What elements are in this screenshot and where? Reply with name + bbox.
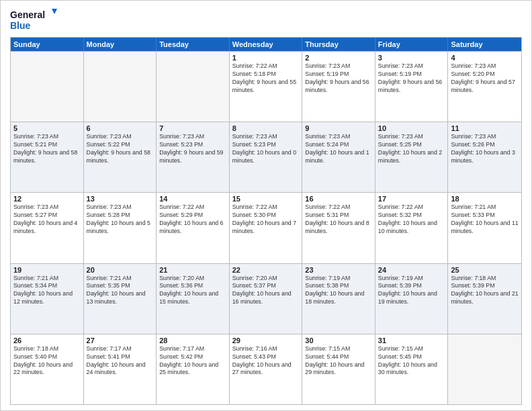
calendar-row-4: 19Sunrise: 7:21 AM Sunset: 5:34 PM Dayli…: [11, 263, 521, 334]
calendar-body: 1Sunrise: 7:22 AM Sunset: 5:18 PM Daylig…: [11, 51, 521, 404]
calendar-row-3: 12Sunrise: 7:23 AM Sunset: 5:27 PM Dayli…: [11, 192, 521, 263]
day-number: 5: [13, 124, 81, 132]
day-number: 9: [305, 124, 372, 132]
day-detail: Sunrise: 7:23 AM Sunset: 5:25 PM Dayligh…: [378, 133, 445, 165]
svg-text:General: General: [10, 9, 45, 20]
header-day-tuesday: Tuesday: [157, 38, 230, 51]
day-number: 29: [232, 336, 300, 345]
day-cell-2: 2Sunrise: 7:23 AM Sunset: 5:19 PM Daylig…: [302, 52, 375, 122]
header-day-monday: Monday: [84, 38, 157, 51]
day-number: 27: [87, 336, 154, 345]
svg-marker-1: [52, 9, 57, 14]
day-cell-31: 31Sunrise: 7:15 AM Sunset: 5:45 PM Dayli…: [375, 334, 449, 404]
day-number: 30: [305, 336, 372, 345]
day-detail: Sunrise: 7:21 AM Sunset: 5:33 PM Dayligh…: [451, 203, 519, 236]
day-number: 11: [451, 124, 519, 132]
day-number: 22: [232, 266, 300, 274]
day-cell-28: 28Sunrise: 7:17 AM Sunset: 5:42 PM Dayli…: [157, 334, 230, 404]
day-number: 23: [305, 266, 372, 274]
day-number: 13: [87, 195, 154, 203]
day-detail: Sunrise: 7:23 AM Sunset: 5:19 PM Dayligh…: [378, 62, 445, 95]
day-detail: Sunrise: 7:17 AM Sunset: 5:42 PM Dayligh…: [159, 345, 226, 377]
day-cell-5: 5Sunrise: 7:23 AM Sunset: 5:21 PM Daylig…: [11, 122, 84, 192]
day-cell-17: 17Sunrise: 7:22 AM Sunset: 5:32 PM Dayli…: [375, 193, 449, 263]
day-number: 17: [378, 195, 445, 203]
day-detail: Sunrise: 7:23 AM Sunset: 5:22 PM Dayligh…: [87, 133, 154, 165]
day-detail: Sunrise: 7:19 AM Sunset: 5:39 PM Dayligh…: [378, 275, 445, 307]
day-number: 7: [159, 124, 226, 132]
day-cell-10: 10Sunrise: 7:23 AM Sunset: 5:25 PM Dayli…: [375, 122, 449, 192]
header-day-sunday: Sunday: [11, 38, 84, 51]
header-day-friday: Friday: [375, 38, 449, 51]
day-number: 8: [232, 124, 300, 132]
day-number: 3: [378, 54, 445, 62]
day-detail: Sunrise: 7:20 AM Sunset: 5:36 PM Dayligh…: [159, 275, 226, 307]
day-detail: Sunrise: 7:18 AM Sunset: 5:40 PM Dayligh…: [13, 345, 81, 377]
day-number: 1: [232, 54, 300, 62]
day-number: 15: [232, 195, 300, 203]
day-detail: Sunrise: 7:15 AM Sunset: 5:44 PM Dayligh…: [305, 345, 372, 377]
empty-cell: [84, 52, 157, 122]
day-cell-14: 14Sunrise: 7:22 AM Sunset: 5:29 PM Dayli…: [157, 193, 230, 263]
day-detail: Sunrise: 7:23 AM Sunset: 5:19 PM Dayligh…: [305, 62, 372, 95]
day-cell-29: 29Sunrise: 7:16 AM Sunset: 5:43 PM Dayli…: [230, 334, 303, 404]
day-detail: Sunrise: 7:16 AM Sunset: 5:43 PM Dayligh…: [232, 345, 300, 377]
day-number: 6: [87, 124, 154, 132]
day-detail: Sunrise: 7:17 AM Sunset: 5:41 PM Dayligh…: [87, 345, 154, 377]
day-detail: Sunrise: 7:23 AM Sunset: 5:23 PM Dayligh…: [232, 133, 300, 165]
day-detail: Sunrise: 7:22 AM Sunset: 5:18 PM Dayligh…: [232, 62, 300, 95]
day-detail: Sunrise: 7:23 AM Sunset: 5:27 PM Dayligh…: [13, 203, 81, 236]
day-cell-19: 19Sunrise: 7:21 AM Sunset: 5:34 PM Dayli…: [11, 264, 84, 334]
day-cell-20: 20Sunrise: 7:21 AM Sunset: 5:35 PM Dayli…: [84, 264, 157, 334]
day-detail: Sunrise: 7:15 AM Sunset: 5:45 PM Dayligh…: [378, 345, 445, 377]
day-detail: Sunrise: 7:20 AM Sunset: 5:37 PM Dayligh…: [232, 275, 300, 307]
day-detail: Sunrise: 7:21 AM Sunset: 5:35 PM Dayligh…: [87, 275, 154, 307]
day-cell-8: 8Sunrise: 7:23 AM Sunset: 5:23 PM Daylig…: [230, 122, 303, 192]
day-cell-18: 18Sunrise: 7:21 AM Sunset: 5:33 PM Dayli…: [448, 193, 521, 263]
day-detail: Sunrise: 7:22 AM Sunset: 5:31 PM Dayligh…: [305, 203, 372, 236]
day-cell-22: 22Sunrise: 7:20 AM Sunset: 5:37 PM Dayli…: [230, 264, 303, 334]
day-number: 20: [87, 266, 154, 274]
header-day-thursday: Thursday: [302, 38, 375, 51]
day-number: 18: [451, 195, 519, 203]
day-number: 4: [451, 54, 519, 62]
day-cell-12: 12Sunrise: 7:23 AM Sunset: 5:27 PM Dayli…: [11, 193, 84, 263]
day-cell-13: 13Sunrise: 7:23 AM Sunset: 5:28 PM Dayli…: [84, 193, 157, 263]
day-cell-4: 4Sunrise: 7:23 AM Sunset: 5:20 PM Daylig…: [448, 52, 521, 122]
day-cell-23: 23Sunrise: 7:19 AM Sunset: 5:38 PM Dayli…: [302, 264, 375, 334]
day-cell-25: 25Sunrise: 7:18 AM Sunset: 5:39 PM Dayli…: [448, 264, 521, 334]
day-detail: Sunrise: 7:23 AM Sunset: 5:20 PM Dayligh…: [451, 62, 519, 95]
day-cell-7: 7Sunrise: 7:23 AM Sunset: 5:23 PM Daylig…: [157, 122, 230, 192]
calendar-row-2: 5Sunrise: 7:23 AM Sunset: 5:21 PM Daylig…: [11, 122, 521, 192]
empty-cell: [448, 334, 521, 404]
day-cell-21: 21Sunrise: 7:20 AM Sunset: 5:36 PM Dayli…: [157, 264, 230, 334]
day-cell-3: 3Sunrise: 7:23 AM Sunset: 5:19 PM Daylig…: [375, 52, 449, 122]
day-number: 10: [378, 124, 445, 132]
day-number: 14: [159, 195, 226, 203]
day-cell-9: 9Sunrise: 7:23 AM Sunset: 5:24 PM Daylig…: [302, 122, 375, 192]
logo: General Blue: [10, 7, 57, 33]
day-number: 25: [451, 266, 519, 274]
day-detail: Sunrise: 7:21 AM Sunset: 5:34 PM Dayligh…: [13, 275, 81, 307]
day-cell-26: 26Sunrise: 7:18 AM Sunset: 5:40 PM Dayli…: [11, 334, 84, 404]
day-detail: Sunrise: 7:23 AM Sunset: 5:28 PM Dayligh…: [87, 203, 154, 236]
calendar: SundayMondayTuesdayWednesdayThursdayFrid…: [10, 37, 522, 405]
day-detail: Sunrise: 7:23 AM Sunset: 5:24 PM Dayligh…: [305, 133, 372, 165]
day-detail: Sunrise: 7:23 AM Sunset: 5:26 PM Dayligh…: [451, 133, 519, 165]
calendar-header-row: SundayMondayTuesdayWednesdayThursdayFrid…: [11, 38, 521, 51]
header-day-saturday: Saturday: [448, 38, 521, 51]
day-number: 19: [13, 266, 81, 274]
day-detail: Sunrise: 7:18 AM Sunset: 5:39 PM Dayligh…: [451, 275, 519, 307]
day-cell-27: 27Sunrise: 7:17 AM Sunset: 5:41 PM Dayli…: [84, 334, 157, 404]
day-number: 31: [378, 336, 445, 345]
day-detail: Sunrise: 7:22 AM Sunset: 5:32 PM Dayligh…: [378, 203, 445, 236]
day-cell-11: 11Sunrise: 7:23 AM Sunset: 5:26 PM Dayli…: [448, 122, 521, 192]
day-number: 26: [13, 336, 81, 345]
day-number: 2: [305, 54, 372, 62]
day-number: 28: [159, 336, 226, 345]
header-day-wednesday: Wednesday: [230, 38, 303, 51]
day-detail: Sunrise: 7:23 AM Sunset: 5:23 PM Dayligh…: [159, 133, 226, 165]
day-number: 21: [159, 266, 226, 274]
day-detail: Sunrise: 7:19 AM Sunset: 5:38 PM Dayligh…: [305, 275, 372, 307]
day-cell-24: 24Sunrise: 7:19 AM Sunset: 5:39 PM Dayli…: [375, 264, 449, 334]
